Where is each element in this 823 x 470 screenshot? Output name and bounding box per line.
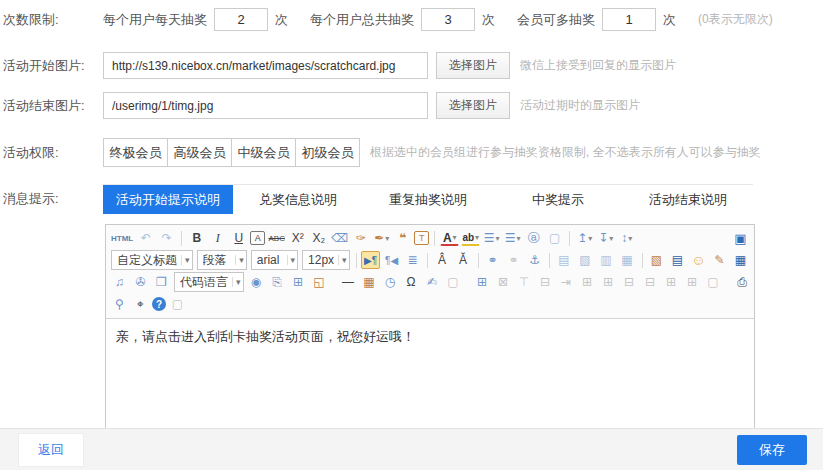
blank-doc-icon[interactable]: ▢ [545, 229, 564, 247]
unlink-icon[interactable]: ⚭ [504, 251, 523, 269]
total-draw-count-input[interactable] [421, 8, 475, 31]
format-painter-icon[interactable]: ✒▾ [372, 229, 391, 247]
paragraph-space-top-icon[interactable]: ↥▾ [575, 229, 594, 247]
time-icon[interactable]: ◷ [381, 273, 400, 291]
pagebreak-icon[interactable]: ⎘ [268, 273, 287, 291]
member-group-option[interactable]: 终极会员 [103, 138, 168, 167]
limit-field-suffix: 次 [663, 11, 676, 29]
font-size-select[interactable]: 12px▾ [302, 250, 350, 270]
image-left-icon[interactable]: ▧ [576, 251, 595, 269]
paste-plain-icon[interactable]: ▢ [444, 273, 463, 291]
insert-template-icon[interactable]: T [414, 231, 429, 245]
highlight-color-icon[interactable]: ab▾ [461, 231, 480, 246]
back-button[interactable]: 返回 [18, 433, 84, 467]
insert-col-icon[interactable]: ⊞ [599, 273, 618, 291]
editor-content[interactable]: 亲，请点击进入刮刮卡抽奖活动页面，祝您好运哦！ [106, 319, 754, 443]
font-color-icon[interactable]: A▾ [440, 231, 459, 246]
member-group-option[interactable]: 初级会员 [295, 138, 360, 167]
unordered-list-icon[interactable]: ☰▾ [503, 229, 522, 247]
start-image-url-input[interactable] [103, 52, 428, 79]
strikethrough-icon[interactable]: ABC [267, 229, 286, 247]
table-caption-icon[interactable]: ⊤ [515, 273, 534, 291]
member-group-option[interactable]: 高级会员 [167, 138, 232, 167]
member-group-option[interactable]: 中级会员 [231, 138, 296, 167]
doc-icon[interactable]: ▢ [704, 273, 723, 291]
start-image-pick-button[interactable]: 选择图片 [436, 52, 510, 79]
emotion-icon[interactable]: ☺ [689, 251, 708, 269]
search-replace-icon[interactable]: ⌖ [131, 295, 150, 313]
superscript-icon[interactable]: X² [288, 229, 307, 247]
message-tab[interactable]: 中奖提示 [493, 185, 623, 214]
message-tab[interactable]: 活动结束说明 [623, 185, 753, 214]
auto-typeset-icon[interactable]: ⓐ [524, 229, 543, 247]
chevron-down-icon: ▾ [628, 234, 632, 243]
html-source-icon[interactable]: HTML [110, 229, 134, 247]
italic-icon[interactable]: I [208, 229, 227, 247]
paragraph-select[interactable]: 段落▾ [197, 250, 247, 270]
image-right-icon[interactable]: ▥ [597, 251, 616, 269]
template-icon[interactable]: ⊞ [289, 273, 308, 291]
heading-select[interactable]: 自定义标题▾ [111, 250, 193, 270]
word-image-icon[interactable]: ✍ [423, 273, 442, 291]
insert-table-icon[interactable]: ⊞ [473, 273, 492, 291]
attachment-icon[interactable]: ✇ [131, 273, 150, 291]
save-button[interactable]: 保存 [737, 435, 807, 465]
limit-field: 会员可多抽奖次 [517, 8, 676, 31]
help-icon[interactable]: ? [152, 297, 166, 311]
bold-icon[interactable]: B [187, 229, 206, 247]
ordered-list-icon[interactable]: ☰▾ [482, 229, 501, 247]
rtl-icon[interactable]: ¶◀ [382, 251, 401, 269]
end-image-pick-button[interactable]: 选择图片 [436, 92, 510, 119]
paste-icon[interactable]: ▢ [168, 295, 187, 313]
member-extra-draw-input[interactable] [602, 8, 656, 31]
daily-draw-count-input[interactable] [214, 8, 268, 31]
merge-cells-icon[interactable]: ⊟ [536, 273, 555, 291]
app-icon[interactable]: ◉ [247, 273, 266, 291]
snapscreen-icon[interactable]: ◱ [310, 273, 329, 291]
indent-icon[interactable]: ≣ [403, 251, 422, 269]
line-height-icon[interactable]: ↕▾ [617, 229, 636, 247]
image-center-icon[interactable]: ▦ [618, 251, 637, 269]
fullscreen-icon[interactable]: ▣ [731, 229, 750, 247]
redo-icon[interactable]: ↷ [157, 229, 176, 247]
undo-icon[interactable]: ↶ [136, 229, 155, 247]
anchor-icon[interactable]: ⚓ [525, 251, 544, 269]
upload-image-icon[interactable]: ▤ [668, 251, 687, 269]
split-cells-icon[interactable]: ⊞ [662, 273, 681, 291]
preview-icon[interactable]: ⚲ [110, 295, 129, 313]
uppercase-icon[interactable]: Â [433, 251, 452, 269]
delete-row-icon[interactable]: ⊟ [620, 273, 639, 291]
limit-fields: 每个用户每天抽奖次每个用户总共抽奖次会员可多抽奖次 [103, 8, 698, 31]
paragraph-space-bottom-icon[interactable]: ↧▾ [596, 229, 615, 247]
scrawl-icon[interactable]: ✎ [710, 251, 729, 269]
date-icon[interactable]: ▦ [360, 273, 379, 291]
blockquote-icon[interactable]: ❝ [393, 229, 412, 247]
char-border-icon[interactable]: A [250, 231, 265, 245]
lowercase-icon[interactable]: Ǎ [454, 251, 473, 269]
ltr-icon[interactable]: ▶¶ [361, 251, 380, 269]
subscript-icon[interactable]: X₂ [309, 229, 328, 247]
music-icon[interactable]: ♫ [110, 273, 129, 291]
insert-row-icon[interactable]: ⊞ [578, 273, 597, 291]
horizontal-rule-icon[interactable]: — [339, 273, 358, 291]
message-tab[interactable]: 活动开始提示说明 [103, 185, 233, 214]
font-family-select[interactable]: arial▾ [251, 250, 298, 270]
merge-right-icon[interactable]: ⊞ [683, 273, 702, 291]
special-chars-icon[interactable]: Ω [402, 273, 421, 291]
delete-col-icon[interactable]: ⊟ [641, 273, 660, 291]
format-clear-icon[interactable]: ⌫ [330, 229, 349, 247]
code-language-select[interactable]: 代码语言▾ [174, 272, 244, 292]
link-icon[interactable]: ⚭ [483, 251, 502, 269]
delete-table-icon[interactable]: ⊠ [494, 273, 513, 291]
message-tab[interactable]: 重复抽奖说明 [363, 185, 493, 214]
insert-code-icon[interactable]: ❐ [152, 273, 171, 291]
video-icon[interactable]: ▦ [731, 251, 750, 269]
image-inline-icon[interactable]: ▤ [555, 251, 574, 269]
underline-icon[interactable]: U [229, 229, 248, 247]
message-tab[interactable]: 兑奖信息说明 [233, 185, 363, 214]
format-brush-icon[interactable]: ✑ [351, 229, 370, 247]
insert-parag-before-table-icon[interactable]: ⇥ [557, 273, 576, 291]
print-icon[interactable]: ⎙ [733, 273, 752, 291]
insert-image-icon[interactable]: ▧ [647, 251, 666, 269]
end-image-url-input[interactable] [103, 92, 428, 119]
